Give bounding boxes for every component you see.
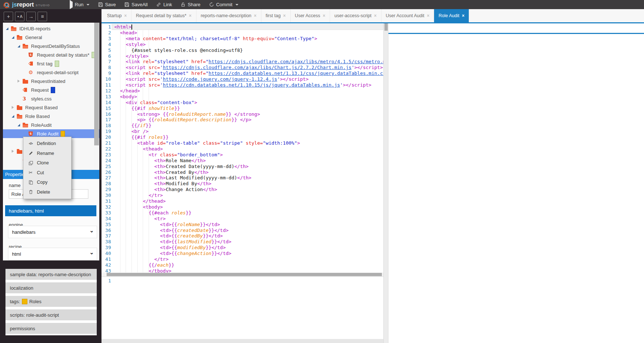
tab-first-tag[interactable]: first tag×: [261, 9, 291, 22]
tree-item-request-detail-by-status[interactable]: 5Request detail by status*: [3, 50, 99, 59]
close-icon[interactable]: ×: [283, 13, 286, 18]
menu-item-copy[interactable]: Copy: [23, 178, 71, 187]
jsreport-logo[interactable]: js report STUDIO: [3, 1, 50, 8]
collapse-arrow-icon[interactable]: [18, 80, 23, 83]
editor-horizontal-scrollbar[interactable]: [101, 273, 383, 277]
expand-arrow-icon[interactable]: [12, 115, 17, 118]
save-button[interactable]: Save: [94, 0, 120, 9]
code-editor[interactable]: 1<html>2 <head>3 <meta content="text/htm…: [101, 23, 383, 343]
menu-item-clone[interactable]: Clone: [23, 158, 71, 168]
splitter-handle[interactable]: [384, 23, 388, 31]
top-toolbar: js report STUDIO RunSaveSaveAllLinkShare…: [0, 0, 644, 9]
commit-button[interactable]: Commit: [205, 0, 243, 9]
recipe-select[interactable]: html: [8, 248, 97, 260]
line-number: 13: [101, 94, 111, 100]
folder-open-icon: [17, 115, 22, 119]
filter-icon[interactable]: ▼A: [15, 12, 24, 21]
expand-arrow-icon[interactable]: [6, 27, 11, 30]
folder-open-icon: [23, 124, 28, 127]
line-number: 18: [101, 123, 111, 129]
saveall-button[interactable]: SaveAll: [120, 0, 152, 9]
run-button[interactable]: Run: [65, 0, 94, 9]
helpers-pane[interactable]: 1: [101, 277, 383, 343]
tab-role-audit[interactable]: Role Audit×: [434, 9, 469, 22]
link-icon: [156, 2, 161, 7]
expand-arrow-icon[interactable]: [18, 45, 23, 47]
code-line-32: 32 <tbody>: [101, 204, 383, 210]
editor-horizontal-scrollbar-thumb[interactable]: [107, 273, 382, 276]
tree-item-request-based[interactable]: Request Based: [3, 103, 99, 112]
line-number: 5: [101, 47, 111, 53]
menu-icon[interactable]: ≡: [38, 12, 47, 21]
tree-item-styles-css[interactable]: 3styles.css: [3, 94, 99, 103]
copy-icon: [28, 180, 34, 185]
button-label: SaveAll: [131, 2, 147, 7]
link-button[interactable]: Link: [152, 0, 176, 9]
close-icon[interactable]: ×: [189, 13, 192, 18]
line-number: 25: [101, 164, 111, 169]
menu-item-rename[interactable]: Rename: [23, 149, 71, 159]
line-number: 1: [101, 278, 111, 284]
line-number: 40: [101, 251, 111, 256]
sidebar-scrollbar[interactable]: [94, 23, 99, 169]
sidebar-scrollbar-thumb[interactable]: [94, 23, 99, 145]
tree-item-label: RequestDetailByStatus: [31, 43, 80, 49]
line-number: 22: [101, 146, 111, 152]
tree-item-first-tag[interactable]: first tag: [3, 59, 99, 68]
section-scripts-role-audit-script[interactable]: scripts: role-audit-script: [5, 309, 97, 320]
template-type-header[interactable]: handlebars, html: [5, 205, 96, 216]
collapse-arrow-icon[interactable]: [12, 106, 17, 109]
tree-item-idhub-reports[interactable]: IDHUB-reports: [3, 24, 99, 33]
tree-item-roleaudit[interactable]: RoleAudit: [3, 121, 99, 129]
logo-text-report: report: [17, 1, 34, 8]
folder-icon: [23, 80, 28, 84]
tab-startup[interactable]: Startup×: [103, 9, 131, 22]
tree-item-request-detail-script[interactable]: ⚙request-detail-script: [3, 68, 99, 77]
close-icon[interactable]: ×: [254, 13, 257, 18]
tree-item-request[interactable]: Request: [3, 85, 99, 94]
close-icon[interactable]: ×: [323, 13, 325, 18]
tree-item-general[interactable]: General: [3, 33, 99, 42]
expand-arrow-icon[interactable]: [12, 36, 17, 39]
line-number: 15: [101, 106, 111, 111]
tab-label: User Account Audit: [386, 13, 425, 18]
line-number: 27: [101, 175, 111, 181]
close-icon[interactable]: ×: [427, 13, 429, 18]
tab-user-account-audit[interactable]: User Account Audit×: [382, 9, 434, 22]
tab-reports-name-description[interactable]: reports-name-description×: [196, 9, 261, 22]
tree-item-requestinitiated[interactable]: RequestInitiated: [3, 77, 99, 85]
pane-splitter[interactable]: [383, 23, 388, 343]
arrow-right-icon[interactable]: →: [26, 12, 36, 21]
close-icon[interactable]: ×: [374, 13, 377, 18]
section-sample-data-reports-name-description[interactable]: sample data: reports-name-description: [5, 269, 97, 280]
close-icon[interactable]: ×: [124, 13, 127, 18]
clone-icon: [28, 161, 34, 165]
section-tags-roles[interactable]: tags:Roles: [5, 296, 97, 307]
recipe-select-wrap: html ⌄: [8, 248, 97, 260]
section-permissions[interactable]: permissions: [5, 323, 97, 334]
tree-item-requestdetailbystatus[interactable]: RequestDetailByStatus: [3, 42, 99, 50]
html-template-icon: 5: [28, 132, 33, 136]
tree-item-role-based[interactable]: Role Based: [3, 112, 99, 121]
code-line-39: 39 <td>{{modifiedBy}}</td>: [101, 245, 383, 251]
tab-request-detail-by-status[interactable]: Request detail by status*×: [131, 9, 196, 22]
collapse-arrow-icon[interactable]: [12, 150, 17, 153]
expand-arrow-icon[interactable]: [18, 124, 23, 126]
section-label: localization: [10, 285, 33, 291]
tree-item-label: General: [25, 35, 42, 40]
line-number: 32: [101, 204, 111, 210]
section-label: permissions: [10, 326, 35, 331]
code-line-38: 38 <td>{{lastModified}}</td>: [101, 239, 383, 245]
close-icon[interactable]: ×: [462, 13, 464, 18]
menu-item-cut[interactable]: ✂Cut: [23, 168, 71, 178]
tab-user-access[interactable]: User Access×: [291, 9, 330, 22]
tab-label: reports-name-description: [201, 13, 252, 18]
plus-icon[interactable]: +: [4, 12, 13, 21]
share-button[interactable]: Share: [176, 0, 205, 9]
jsreport-logo-icon: [3, 1, 10, 8]
menu-item-definition[interactable]: </>Definition: [23, 139, 71, 149]
tab-user-access-script[interactable]: user-access-script×: [330, 9, 381, 22]
menu-item-delete[interactable]: Delete: [23, 187, 71, 197]
engine-select[interactable]: handlebars: [8, 226, 97, 238]
section-localization[interactable]: localization: [5, 282, 97, 293]
